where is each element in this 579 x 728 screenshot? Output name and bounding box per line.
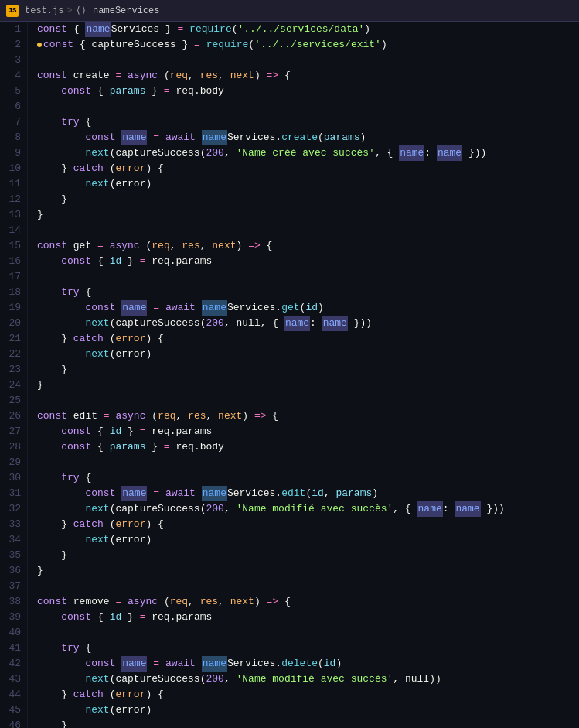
breadcrumb-icon: ⟨⟩: [76, 5, 87, 16]
code-line-6: [37, 99, 579, 114]
code-line-25: [37, 393, 579, 408]
ln-28: 28: [3, 439, 21, 455]
ln-39: 39: [3, 610, 21, 625]
code-line-14: [37, 223, 579, 238]
code-line-37: [37, 579, 579, 594]
code-line-4: const create = async (req, res, next) =>…: [37, 68, 579, 84]
code-line-34: next(error): [37, 532, 579, 548]
ln-16: 16: [3, 254, 21, 269]
code-line-45: next(error): [37, 702, 579, 718]
code-line-5: const { params } = req.body: [37, 84, 579, 99]
code-line-17: [37, 269, 579, 285]
code-content: const { nameServices } = require('../../…: [28, 22, 579, 728]
code-line-43: next(captureSuccess(200, 'Name modifié a…: [37, 672, 579, 687]
ln-20: 20: [3, 316, 21, 331]
ln-27: 27: [3, 424, 21, 439]
ln-25: 25: [3, 393, 21, 408]
ln-3: 3: [3, 53, 21, 68]
ln-7: 7: [3, 114, 21, 130]
ln-13: 13: [3, 207, 21, 223]
code-line-42: const name = await nameServices.delete(i…: [37, 656, 579, 672]
ln-30: 30: [3, 470, 21, 486]
code-line-2: const { captureSuccess } = require('../.…: [37, 37, 579, 53]
ln-10: 10: [3, 161, 21, 176]
code-line-40: [37, 625, 579, 641]
file-type-icon: JS: [6, 5, 19, 17]
code-line-8: const name = await nameServices.create(p…: [37, 130, 579, 145]
ln-38: 38: [3, 594, 21, 610]
code-line-39: const { id } = req.params: [37, 610, 579, 625]
ln-45: 45: [3, 702, 21, 718]
ln-36: 36: [3, 563, 21, 579]
ln-22: 22: [3, 347, 21, 362]
code-line-18: try {: [37, 285, 579, 300]
code-line-44: } catch (error) {: [37, 687, 579, 702]
ln-17: 17: [3, 269, 21, 285]
editor-container: JS test.js > ⟨⟩ nameServices 1 2 3 4 5 6…: [0, 0, 579, 728]
code-line-27: const { id } = req.params: [37, 424, 579, 439]
code-line-30: try {: [37, 470, 579, 486]
code-line-36: }: [37, 563, 579, 579]
ln-32: 32: [3, 501, 21, 517]
code-line-9: next(captureSuccess(200, 'Name créé avec…: [37, 145, 579, 161]
code-line-12: }: [37, 192, 579, 207]
code-line-22: next(error): [37, 347, 579, 362]
code-line-31: const name = await nameServices.edit(id,…: [37, 486, 579, 501]
code-line-16: const { id } = req.params: [37, 254, 579, 269]
code-line-38: const remove = async (req, res, next) =>…: [37, 594, 579, 610]
code-line-20: next(captureSuccess(200, null, { name: n…: [37, 316, 579, 331]
breadcrumb: test.js > ⟨⟩ nameServices: [19, 5, 166, 16]
ln-2: 2: [3, 37, 21, 53]
code-line-1: const { nameServices } = require('../../…: [37, 22, 579, 37]
ln-15: 15: [3, 238, 21, 254]
ln-11: 11: [3, 176, 21, 192]
ln-21: 21: [3, 331, 21, 347]
code-line-33: } catch (error) {: [37, 517, 579, 532]
code-area: 1 2 3 4 5 6 7 8 9 10 11 12 13 14 15 16 1…: [0, 22, 579, 728]
ln-26: 26: [3, 408, 21, 424]
ln-35: 35: [3, 548, 21, 563]
code-line-15: const get = async (req, res, next) => {: [37, 238, 579, 254]
code-line-13: }: [37, 207, 579, 223]
ln-18: 18: [3, 285, 21, 300]
code-line-10: } catch (error) {: [37, 161, 579, 176]
breadcrumb-current: nameServices: [93, 5, 159, 16]
ln-29: 29: [3, 455, 21, 470]
ln-40: 40: [3, 625, 21, 641]
code-line-29: [37, 455, 579, 470]
ln-5: 5: [3, 84, 21, 99]
code-line-26: const edit = async (req, res, next) => {: [37, 408, 579, 424]
code-line-23: }: [37, 362, 579, 378]
ln-44: 44: [3, 687, 21, 702]
line-numbers: 1 2 3 4 5 6 7 8 9 10 11 12 13 14 15 16 1…: [0, 22, 28, 728]
ln-41: 41: [3, 641, 21, 656]
ln-43: 43: [3, 672, 21, 687]
ln-23: 23: [3, 362, 21, 378]
tab-bar: JS test.js > ⟨⟩ nameServices: [0, 0, 579, 22]
ln-14: 14: [3, 223, 21, 238]
code-line-11: next(error): [37, 176, 579, 192]
ln-1: 1: [3, 22, 21, 37]
ln-37: 37: [3, 579, 21, 594]
ln-19: 19: [3, 300, 21, 316]
ln-4: 4: [3, 68, 21, 84]
code-line-7: try {: [37, 114, 579, 130]
ln-46: 46: [3, 718, 21, 728]
ln-12: 12: [3, 192, 21, 207]
code-line-35: }: [37, 548, 579, 563]
breadcrumb-file: test.js: [25, 5, 63, 16]
ln-9: 9: [3, 145, 21, 161]
code-line-46: }: [37, 718, 579, 728]
ln-24: 24: [3, 378, 21, 393]
code-line-28: const { params } = req.body: [37, 439, 579, 455]
breadcrumb-sep1: >: [66, 5, 72, 16]
ln-6: 6: [3, 99, 21, 114]
ln-42: 42: [3, 656, 21, 672]
code-line-41: try {: [37, 641, 579, 656]
ln-34: 34: [3, 532, 21, 548]
code-line-19: const name = await nameServices.get(id): [37, 300, 579, 316]
code-line-21: } catch (error) {: [37, 331, 579, 347]
ln-33: 33: [3, 517, 21, 532]
code-line-3: [37, 53, 579, 68]
ln-8: 8: [3, 130, 21, 145]
